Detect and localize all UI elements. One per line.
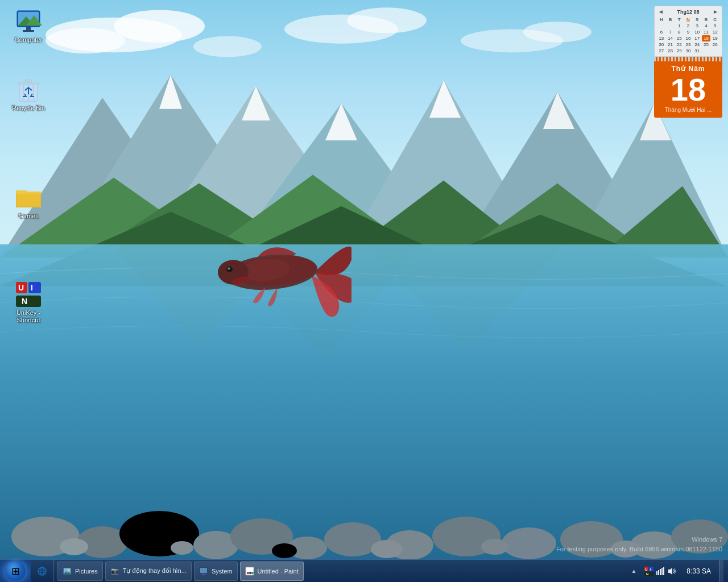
cal-header-s: S (693, 16, 702, 23)
notification-expand[interactable]: ▲ (628, 568, 639, 574)
tudong-taskbar-icon: 📷 (110, 567, 119, 576)
svg-text:N: N (22, 297, 27, 306)
cal-day-27[interactable]: 27 (657, 48, 666, 54)
svg-point-95 (247, 572, 249, 574)
network-tray-icon[interactable] (656, 567, 665, 576)
computer-icon[interactable]: Computer (6, 6, 51, 46)
system-taskbar-icon (199, 567, 208, 576)
recycle-bin-icon-image (15, 76, 42, 103)
cal-day-17[interactable]: 17 (693, 35, 702, 41)
cal-day-11[interactable]: 11 (702, 29, 711, 35)
cal-day-empty-4 (710, 48, 719, 54)
games-icon[interactable]: Games (6, 182, 51, 222)
cal-day-20[interactable]: 20 (657, 41, 666, 48)
cal-header-h: H (657, 16, 666, 23)
cal-day-1[interactable]: 1 (675, 23, 684, 29)
svg-rect-106 (660, 569, 661, 575)
lake (0, 244, 728, 582)
watermark-line2: For testing purposes only. Build 6956.wi… (556, 544, 722, 554)
taskbar-item-paint[interactable]: Untitled - Paint (240, 562, 304, 581)
volume-tray-icon[interactable] (667, 567, 676, 576)
cal-day-7[interactable]: 7 (666, 29, 675, 35)
recycle-bin-label: Recycle Bin (12, 105, 45, 112)
cal-day-22[interactable]: 22 (675, 41, 684, 48)
clock-time: 8:33 SA (686, 567, 711, 575)
cal-day-4[interactable]: 4 (702, 23, 711, 29)
start-orb: ⊞ (5, 561, 26, 581)
cal-day-5[interactable]: 5 (710, 23, 719, 29)
cal-day-21[interactable]: 21 (666, 41, 675, 48)
pictures-taskbar-icon (63, 567, 72, 576)
svg-text:I: I (31, 283, 33, 292)
cal-header-t: T (675, 16, 684, 23)
cal-day-28[interactable]: 28 (666, 48, 675, 54)
svg-text:U: U (18, 283, 24, 292)
cal-day-15[interactable]: 15 (675, 35, 684, 41)
cal-next-btn[interactable]: ► (712, 9, 719, 15)
cal-day-empty-3 (702, 48, 711, 54)
taskbar-items: Pictures 📷 Tự động thay đổi hìn... Syste… (54, 560, 624, 582)
taskbar-item-paint-label: Untitled - Paint (258, 568, 299, 575)
taskbar-item-tudong-label: Tự động thay đổi hìn... (123, 567, 187, 575)
svg-rect-107 (661, 568, 663, 575)
taskbar-item-system-label: System (212, 568, 233, 575)
cal-day-3[interactable]: 3 (693, 23, 702, 29)
paint-taskbar-icon (245, 567, 254, 576)
unikey-icon-image: U I N (15, 281, 42, 308)
cal-prev-btn[interactable]: ◄ (657, 9, 665, 15)
system-tray: ▲ U I N (624, 560, 728, 582)
cal-day-13[interactable]: 13 (657, 35, 666, 41)
cal-day-8[interactable]: 8 (675, 29, 684, 35)
cal-header-c: C (710, 16, 719, 23)
cal-day-31[interactable]: 31 (693, 48, 702, 54)
cal-day-9[interactable]: 9 (684, 29, 693, 35)
cal-day-18-today[interactable]: 18 (702, 35, 711, 41)
calendar-big-display[interactable]: Thứ Năm 18 Tháng Mười Hai ... (654, 57, 722, 118)
cal-day-6[interactable]: 6 (657, 29, 666, 35)
cal-day-empty-1 (657, 23, 666, 29)
taskbar-item-system[interactable]: System (194, 562, 238, 581)
start-button[interactable]: ⊞ (0, 560, 31, 583)
cal-day-24[interactable]: 24 (693, 41, 702, 48)
clock-area[interactable]: 8:33 SA (682, 560, 715, 582)
svg-rect-105 (658, 570, 659, 575)
recycle-bin-icon[interactable]: Recycle Bin (6, 74, 51, 114)
cal-day-2[interactable]: 2 (684, 23, 693, 29)
cal-month-label: Thg12 08 (677, 9, 699, 15)
taskbar-item-pictures[interactable]: Pictures (57, 562, 103, 581)
svg-rect-73 (17, 194, 40, 206)
taskbar-item-tudong[interactable]: 📷 Tự động thay đổi hìn... (105, 562, 192, 581)
cal-day-25[interactable]: 25 (702, 41, 711, 48)
unikey-icon[interactable]: U I N UniKey - Shortcut (6, 278, 51, 326)
calendar-mini: ◄ Thg12 08 ► H B T N S B C 1 2 3 4 5 (654, 6, 722, 57)
cal-day-10[interactable]: 10 (693, 29, 702, 35)
games-icon-label: Games (18, 213, 38, 220)
cal-day-14[interactable]: 14 (666, 35, 675, 41)
svg-point-96 (249, 572, 251, 574)
cal-day-29[interactable]: 29 (675, 48, 684, 54)
cal-day-23[interactable]: 23 (684, 41, 693, 48)
computer-icon-image (15, 8, 42, 35)
svg-rect-90 (200, 568, 207, 573)
calendar-widget[interactable]: ◄ Thg12 08 ► H B T N S B C 1 2 3 4 5 (654, 6, 722, 118)
cal-day-30[interactable]: 30 (684, 48, 693, 54)
sky (0, 0, 728, 244)
unikey-tray-icon[interactable]: U I N (644, 567, 653, 576)
cal-day-16[interactable]: 16 (684, 35, 693, 41)
svg-text:N: N (646, 572, 648, 576)
svg-rect-70 (25, 80, 32, 82)
tray-icons: U I N (641, 567, 680, 576)
show-desktop-button[interactable] (719, 560, 723, 582)
svg-rect-104 (656, 571, 657, 575)
svg-rect-64 (23, 30, 34, 32)
svg-point-97 (251, 572, 254, 574)
svg-marker-32 (370, 244, 563, 355)
cal-day-26[interactable]: 26 (710, 41, 719, 48)
cal-day-empty-2 (666, 23, 675, 29)
watermark-line1: Windows 7 (556, 535, 722, 544)
cal-day-19[interactable]: 19 (710, 35, 719, 41)
svg-rect-63 (26, 27, 31, 30)
calendar-day-number: 18 (654, 74, 722, 106)
ql-ie[interactable] (33, 562, 51, 581)
cal-day-12[interactable]: 12 (710, 29, 719, 35)
